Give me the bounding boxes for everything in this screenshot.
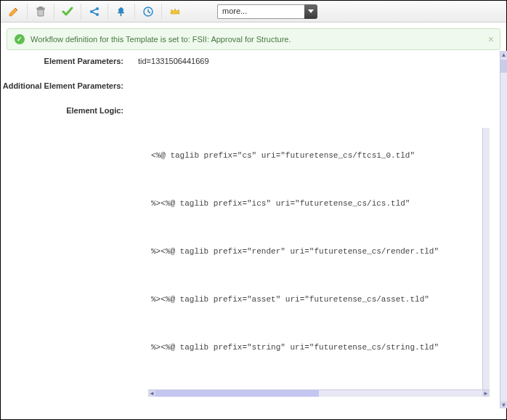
separator bbox=[108, 4, 108, 20]
crown-button[interactable] bbox=[166, 3, 184, 20]
code-line: %><%@ taglib prefix="string" uri="future… bbox=[151, 342, 481, 353]
separator bbox=[27, 4, 28, 20]
notice-close-button[interactable]: × bbox=[488, 33, 494, 45]
scroll-right-arrow[interactable]: ► bbox=[482, 390, 490, 397]
separator bbox=[134, 4, 135, 20]
bookmark-button[interactable] bbox=[113, 3, 130, 20]
share-button[interactable] bbox=[86, 3, 103, 20]
scroll-track[interactable] bbox=[155, 390, 482, 397]
scroll-left-arrow[interactable]: ◄ bbox=[148, 390, 155, 397]
svg-rect-0 bbox=[38, 9, 44, 16]
crown-icon bbox=[169, 6, 181, 17]
share-icon bbox=[89, 6, 100, 17]
scroll-thumb[interactable] bbox=[155, 390, 319, 397]
separator bbox=[54, 4, 54, 20]
element-parameters-label: Element Parameters: bbox=[0, 55, 138, 65]
separator bbox=[81, 4, 81, 20]
trash-icon bbox=[35, 6, 46, 17]
page-vertical-scrollbar[interactable]: ▲ ▼ bbox=[500, 51, 507, 408]
pencil-icon bbox=[8, 6, 20, 17]
scroll-thumb[interactable] bbox=[500, 60, 507, 73]
pushpin-icon bbox=[115, 6, 127, 17]
element-logic-code: <%@ taglib prefix="cs" uri="futuretense_… bbox=[148, 128, 490, 397]
code-line: %><%@ taglib prefix="render" uri="future… bbox=[151, 246, 481, 257]
chevron-down-icon bbox=[308, 9, 314, 13]
content-panel: Element Parameters: tid=1331506441669 Ad… bbox=[0, 51, 500, 408]
svg-point-4 bbox=[96, 7, 99, 10]
additional-element-parameters-value bbox=[138, 80, 500, 81]
svg-rect-2 bbox=[39, 7, 42, 8]
workflow-notice: Workflow definition for this Template is… bbox=[7, 28, 500, 50]
notice-text: Workflow definition for this Template is… bbox=[31, 35, 291, 44]
element-parameters-value: tid=1331506441669 bbox=[138, 55, 500, 65]
additional-element-parameters-label: Additional Element Parameters: bbox=[0, 80, 138, 90]
success-icon bbox=[15, 34, 25, 44]
code-line: <%@ taglib prefix="cs" uri="futuretense_… bbox=[151, 150, 481, 161]
svg-point-5 bbox=[96, 13, 99, 16]
approve-button[interactable] bbox=[59, 3, 76, 20]
more-select-value[interactable]: more... bbox=[217, 4, 304, 19]
code-line: %><%@ taglib prefix="asset" uri="futuret… bbox=[151, 294, 481, 305]
delete-button[interactable] bbox=[32, 3, 49, 20]
clock-icon bbox=[142, 6, 154, 17]
code-line: %><%@ taglib prefix="ics" uri="futureten… bbox=[151, 198, 481, 209]
edit-button[interactable] bbox=[5, 3, 23, 20]
separator bbox=[161, 4, 162, 20]
check-icon bbox=[62, 6, 73, 17]
code-horizontal-scrollbar[interactable]: ◄ ► bbox=[148, 389, 490, 397]
more-select[interactable]: more... bbox=[217, 4, 317, 19]
history-button[interactable] bbox=[139, 3, 157, 20]
scroll-down-arrow[interactable]: ▼ bbox=[500, 401, 507, 408]
element-logic-label: Element Logic: bbox=[0, 105, 138, 115]
toolbar: more... bbox=[1, 1, 506, 23]
code-vertical-scrollbar[interactable] bbox=[482, 128, 490, 389]
more-select-dropdown-button[interactable] bbox=[304, 4, 317, 19]
scroll-up-arrow[interactable]: ▲ bbox=[500, 51, 507, 58]
